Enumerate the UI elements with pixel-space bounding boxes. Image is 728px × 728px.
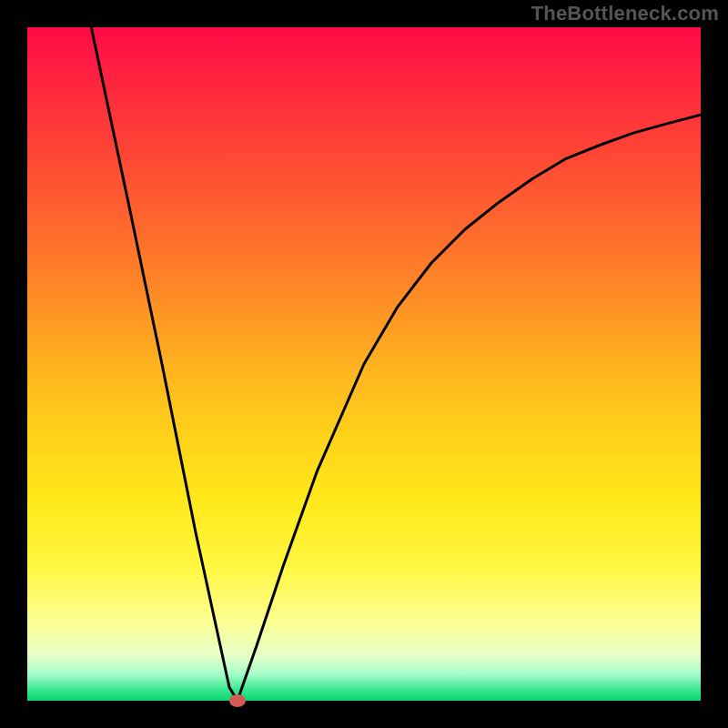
bottleneck-curve: [27, 27, 701, 701]
attribution-label: TheBottleneck.com: [531, 2, 719, 25]
plot-area: [27, 27, 701, 701]
optimum-marker-icon: [229, 694, 246, 707]
curve-path: [91, 27, 701, 701]
chart-frame: TheBottleneck.com: [0, 0, 728, 728]
